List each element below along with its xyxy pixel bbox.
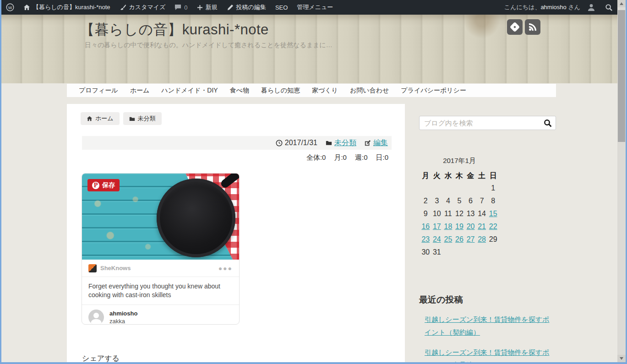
edit-post-button[interactable]: 投稿の編集 [222, 0, 271, 15]
new-post-button[interactable]: 新規 [192, 0, 222, 15]
calendar-empty-cell [454, 182, 465, 195]
main-navigation: プロフィールホームハンドメイド・DIY食べ物暮らしの知恵家づくりお問い合わせプラ… [67, 84, 556, 97]
site-title[interactable]: 【暮らしの音】kurashi-*note [80, 20, 269, 39]
calendar-day: 4 [442, 195, 454, 207]
pin-image-skillet[interactable]: P 保存 [82, 174, 239, 260]
pin-source-name[interactable]: SheKnows [100, 265, 215, 272]
pin-user-avatar [88, 310, 104, 325]
skillet-pan [157, 179, 235, 257]
nav-item[interactable]: ホーム [124, 87, 156, 95]
scrollbar-thumb[interactable] [618, 10, 625, 142]
wordpress-menu-button[interactable]: W [1, 0, 19, 15]
scroll-down-arrow[interactable] [617, 355, 626, 362]
calendar-day-link[interactable]: 19 [454, 220, 465, 233]
post-category-group: 未分類 [326, 138, 356, 148]
pencil-icon [227, 4, 234, 11]
customize-button[interactable]: カスタマイズ [115, 0, 170, 15]
pin-user-row[interactable]: ahmiosho zakka [82, 305, 239, 325]
comments-button[interactable]: 0 [170, 0, 192, 15]
calendar-weekday: 木 [454, 170, 465, 182]
breadcrumb-category[interactable]: 未分類 [123, 112, 162, 125]
calendar-empty-cell [465, 182, 476, 195]
calendar-empty-cell [454, 246, 465, 259]
view-count: 週:0 [355, 153, 368, 162]
seo-label: SEO [275, 4, 288, 11]
window-border-left [0, 0, 1, 364]
pinterest-save-label: 保存 [102, 181, 115, 190]
recent-post-link[interactable]: 引越しシーズン到来！賃貸物件を探すポイント（契約編） [425, 313, 555, 339]
nav-item[interactable]: 食べ物 [224, 87, 255, 95]
user-name: ahmiosho [540, 4, 566, 11]
feedly-button[interactable] [507, 19, 523, 35]
calendar-day-link[interactable]: 15 [487, 207, 499, 220]
calendar-day-link[interactable]: 28 [476, 233, 488, 246]
pinterest-save-button[interactable]: P 保存 [87, 179, 120, 191]
breadcrumb-category-label: 未分類 [138, 114, 156, 123]
site-tagline: 日々の暮らしの中で便利なもの。ハンドメイドして癒されることを徒然なるままに… [85, 41, 333, 49]
calendar-day: 8 [487, 195, 499, 207]
pin-board-name: zakka [109, 318, 137, 325]
nav-item[interactable]: 家づくり [306, 87, 344, 95]
ellipsis-menu-icon[interactable]: ●●● [218, 265, 233, 272]
post-edit-group: 編集 [365, 138, 388, 148]
plus-icon [197, 5, 203, 11]
breadcrumb: ホーム 未分類 [81, 112, 162, 125]
account-menu[interactable]: こんにちは、ahmiosho さん [496, 0, 600, 15]
calendar-empty-cell [431, 182, 443, 195]
view-count: 月:0 [334, 153, 347, 162]
calendar-day-link[interactable]: 23 [420, 233, 431, 246]
calendar-day: 3 [431, 195, 443, 207]
admin-menu[interactable]: 管理メニュー [292, 0, 338, 15]
admin-menu-label: 管理メニュー [297, 3, 333, 11]
admin-search-button[interactable] [600, 0, 617, 15]
nav-item[interactable]: 暮らしの知恵 [255, 87, 306, 95]
nav-item[interactable]: ハンドメイド・DIY [155, 87, 224, 95]
view-counter: 全体:0月:0週:0日:0 [306, 153, 388, 162]
search-icon [605, 4, 613, 11]
site-name-menu[interactable]: 【暮らしの音】kurashi-*note [19, 0, 115, 15]
blog-search-button[interactable] [540, 119, 556, 127]
site-header: 【暮らしの音】kurashi-*note 日々の暮らしの中で便利なもの。ハンドメ… [1, 15, 617, 83]
calendar-day-link[interactable]: 21 [476, 220, 488, 233]
comment-bubble-icon [174, 4, 181, 11]
nav-item[interactable]: プライバシーポリシー [395, 87, 472, 95]
calendar-day: 13 [465, 207, 476, 220]
calendar-day-link[interactable]: 22 [487, 220, 499, 233]
calendar-day-link[interactable]: 18 [442, 220, 454, 233]
calendar-day-link[interactable]: 27 [465, 233, 476, 246]
calendar-day-link[interactable]: 20 [465, 220, 476, 233]
vertical-scrollbar[interactable] [617, 0, 626, 362]
folder-icon [326, 140, 332, 146]
calendar-empty-cell [442, 182, 454, 195]
calendar-day: 9 [420, 207, 431, 220]
post-category-link[interactable]: 未分類 [334, 138, 356, 148]
breadcrumb-home[interactable]: ホーム [81, 112, 120, 125]
calendar-day-link[interactable]: 16 [420, 220, 431, 233]
sheknows-logo-icon [88, 264, 97, 272]
pinterest-embed: P 保存 SheKnows ●●● Forget everything you … [82, 173, 240, 325]
edit-icon [365, 140, 371, 146]
post-edit-link[interactable]: 編集 [373, 138, 388, 148]
nav-item[interactable]: プロフィール [73, 87, 124, 95]
seo-menu[interactable]: SEO [271, 0, 292, 15]
calendar-widget: 2017年1月 月火水木金土日 123456789101112131415161… [420, 157, 499, 259]
calendar-day: 7 [476, 195, 488, 207]
home-icon [87, 116, 93, 121]
paintbrush-icon [120, 4, 126, 11]
blog-search-input[interactable] [420, 119, 540, 127]
calendar-empty-cell [420, 182, 431, 195]
calendar-day-link[interactable]: 26 [454, 233, 465, 246]
rss-button[interactable] [525, 19, 540, 35]
pin-title[interactable]: Forget everything you thought you knew a… [82, 277, 239, 305]
calendar-day-link[interactable]: 25 [442, 233, 454, 246]
customize-label: カスタマイズ [129, 3, 166, 11]
scroll-up-arrow[interactable] [617, 0, 626, 7]
calendar-day-link[interactable]: 24 [431, 233, 443, 246]
nav-item[interactable]: お問い合わせ [344, 87, 395, 95]
calendar-day-link[interactable]: 17 [431, 220, 443, 233]
recent-posts-heading: 最近の投稿 [419, 294, 556, 306]
calendar-caption: 2017年1月 [420, 157, 499, 165]
recent-post-link[interactable]: 引越しシーズン到来！賃貸物件を探すポイント（内見編） [425, 346, 555, 363]
calendar-empty-cell [476, 182, 488, 195]
recent-posts-widget: 最近の投稿 引越しシーズン到来！賃貸物件を探すポイント（契約編）引越しシーズン到… [419, 294, 556, 362]
